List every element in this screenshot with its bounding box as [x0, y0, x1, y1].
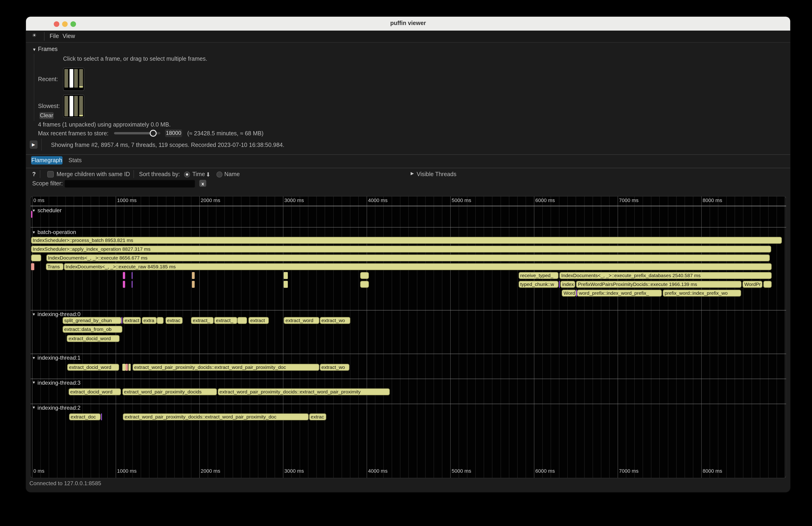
max-frames-value[interactable]: 18000 [165, 129, 182, 137]
flame-bar[interactable]: extract_ [191, 317, 214, 324]
flame-bar-small[interactable] [237, 317, 247, 324]
merge-children-label[interactable]: Merge children with same ID [57, 171, 130, 177]
visible-threads-header[interactable]: Visible Threads [417, 171, 456, 177]
flame-bar[interactable]: extract_docid_word [68, 388, 121, 395]
window-title: puffin viewer [26, 20, 790, 26]
flame-bar[interactable]: PrefixWordPairsProximityDocids::execute … [576, 281, 742, 288]
flame-bar[interactable]: Trans [46, 263, 63, 270]
max-frames-slider-knob[interactable] [149, 130, 156, 137]
merge-children-checkbox[interactable] [47, 171, 54, 177]
flame-bar-small[interactable] [122, 364, 125, 370]
flame-bar[interactable]: extract_word [284, 317, 319, 324]
showing-frame-text: Showing frame #2, 8957.4 ms, 7 threads, … [51, 142, 284, 148]
thread-header-indexing-thread:1[interactable]: ▼indexing-thread:1 [32, 354, 81, 361]
recent-frames-thumbnail[interactable] [63, 68, 84, 91]
flame-bar-small[interactable] [131, 281, 133, 288]
flame-bar[interactable]: extrac [309, 413, 326, 420]
flame-bar-small[interactable] [192, 281, 195, 288]
flame-bar-small[interactable] [101, 413, 102, 420]
flame-bar[interactable]: extract_docid_word [67, 364, 119, 370]
collapse-arrow-icon: ▼ [32, 230, 36, 234]
flame-bar[interactable]: extract::data_from_ob [62, 326, 122, 333]
flame-bar-small[interactable] [31, 254, 41, 261]
flame-bar-small[interactable] [121, 317, 122, 324]
thread-header-indexing-thread:3[interactable]: ▼indexing-thread:3 [32, 379, 81, 386]
flame-bar-small[interactable] [763, 281, 771, 288]
flame-bar-small[interactable] [131, 272, 133, 279]
menu-file[interactable]: File [49, 33, 59, 39]
flame-bar[interactable]: extract_word_pair_proximity_docids::extr… [218, 388, 390, 395]
flame-bar-small[interactable] [31, 211, 32, 218]
flame-bar[interactable]: extract [248, 317, 269, 324]
flame-bar[interactable]: WordPr [742, 281, 763, 288]
sun-icon[interactable]: ☀ [32, 32, 37, 39]
sort-time-radio[interactable] [184, 171, 190, 177]
flame-bar[interactable]: extract_docid_word [67, 335, 119, 342]
flame-bar[interactable]: split_grenad_by_chun [62, 317, 121, 324]
flame-bar[interactable]: IndexScheduler>::apply_index_operation 8… [31, 246, 771, 252]
flame-bar[interactable]: Word [562, 290, 576, 296]
sort-name-label[interactable]: Name [224, 171, 240, 177]
flame-bar[interactable]: extract_wo [320, 364, 349, 370]
thread-header-indexing-thread:2[interactable]: ▼indexing-thread:2 [32, 404, 81, 411]
sort-name-radio[interactable] [216, 171, 222, 177]
ruler-separator [31, 206, 786, 206]
section-separator [31, 404, 786, 404]
flame-bar[interactable]: extract_word_pair_proximity_docids::extr… [123, 413, 308, 420]
collapse-arrow-icon: ▼ [32, 312, 36, 316]
sort-time-label[interactable]: Time [192, 171, 205, 177]
connection-status: Connected to 127.0.0.1:8585 [29, 480, 101, 487]
flame-bar[interactable]: extrac [165, 317, 183, 324]
flame-bar[interactable]: extract [123, 317, 141, 324]
flame-bar-small[interactable] [157, 317, 163, 324]
flame-bar-small[interactable] [123, 272, 125, 279]
flame-bar-small[interactable] [576, 290, 577, 296]
flame-bar-small[interactable] [128, 364, 131, 370]
flame-bar-small[interactable] [360, 281, 369, 288]
clear-button[interactable]: Clear [39, 112, 54, 119]
flame-bar-small[interactable] [192, 272, 195, 279]
flame-bar-small[interactable] [360, 272, 369, 279]
flame-bar[interactable]: prefix_word::index_prefix_wo [663, 290, 741, 296]
flame-bar[interactable]: extract_wo [320, 317, 350, 324]
flame-bar-small[interactable] [559, 281, 560, 288]
flame-bar[interactable]: extra [142, 317, 156, 324]
tab-flamegraph[interactable]: Flamegraph [31, 156, 62, 164]
frames-section-header[interactable]: ▼ Frames [32, 46, 58, 53]
frame-bar [64, 96, 68, 116]
flame-bar[interactable]: extract_ [214, 317, 237, 324]
thread-header-batch-operation[interactable]: ▼batch-operation [32, 229, 76, 235]
flame-bar-small[interactable] [31, 263, 34, 270]
play-button[interactable]: ▶ [29, 141, 38, 148]
flame-bar-small[interactable] [284, 272, 288, 279]
flame-bar[interactable]: IndexScheduler>::process_batch 8953.821 … [31, 237, 782, 244]
clear-filter-button[interactable]: x [199, 180, 206, 187]
flame-bar[interactable]: extract_word_pair_proximity_docids::extr… [132, 364, 319, 370]
time-tick-label: 0 ms [33, 198, 44, 203]
help-button[interactable]: ? [32, 171, 36, 177]
frame-bar [74, 96, 78, 116]
tab-stats[interactable]: Stats [66, 156, 84, 164]
flame-bar[interactable]: extract_word_pair_proximity_docids [122, 388, 217, 395]
flame-bar[interactable]: extract_doc [69, 413, 101, 420]
flame-bar[interactable]: IndexDocuments<_, _>::execute_raw 8459.1… [64, 263, 771, 270]
flame-bar[interactable]: typed_chunk::w [518, 281, 559, 288]
frame-bar [69, 96, 73, 116]
flame-bar-small[interactable] [284, 281, 288, 288]
flame-bar[interactable]: receive_typed_ [518, 272, 559, 279]
menu-view[interactable]: View [62, 33, 75, 39]
frame-bar [79, 96, 83, 116]
scope-filter-input[interactable] [64, 180, 195, 188]
flame-bar-small[interactable] [123, 281, 125, 288]
frames-hint: Click to select a frame, or drag to sele… [63, 56, 207, 62]
slowest-frames-thumbnail[interactable] [63, 94, 84, 118]
flame-bar[interactable]: index [560, 281, 575, 288]
flame-bar-small[interactable] [126, 364, 128, 370]
thread-header-scheduler[interactable]: ▼scheduler [32, 207, 62, 214]
flame-bar[interactable]: IndexDocuments<_, _>::execute_prefix_dat… [560, 272, 771, 279]
flame-bar[interactable]: word_prefix::index_word_prefix_ [577, 290, 662, 296]
sort-direction-arrow-icon[interactable]: ⬇ [206, 171, 211, 178]
flamegraph-panel[interactable]: 0 ms0 ms1000 ms1000 ms2000 ms2000 ms3000… [30, 196, 786, 478]
flame-bar[interactable]: IndexDocuments<_, _>::execute 8656.677 m… [46, 254, 770, 261]
thread-header-indexing-thread:0[interactable]: ▼indexing-thread:0 [32, 311, 81, 318]
